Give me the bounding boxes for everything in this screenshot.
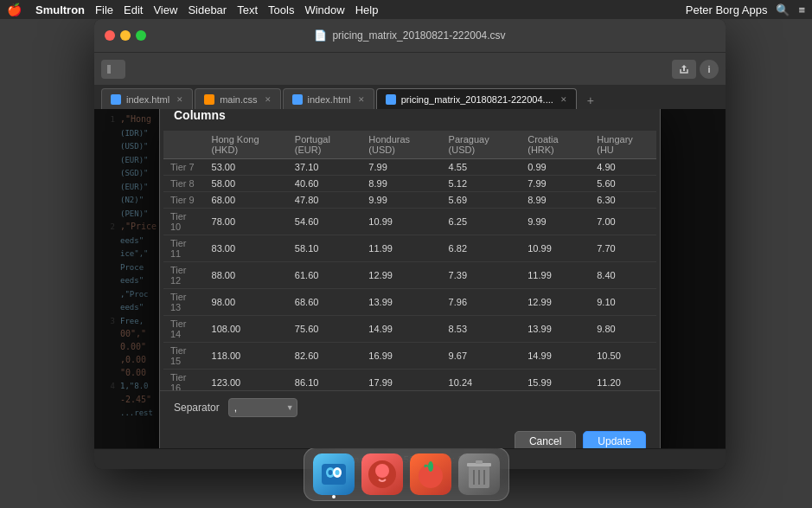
table-cell: 68.60	[288, 288, 362, 315]
menu-help[interactable]: Help	[355, 3, 379, 16]
finder-icon[interactable]	[313, 453, 355, 495]
table-cell: 75.60	[288, 315, 362, 342]
separator-label: Separator	[174, 402, 220, 414]
menu-view[interactable]: View	[153, 3, 177, 16]
table-cell: 6.25	[442, 208, 521, 235]
table-cell: 15.99	[521, 369, 590, 390]
toolbar: i	[94, 52, 726, 85]
dialog-table-container[interactable]: Hong Kong (HKD) Portugal (EUR) Honduras …	[163, 131, 656, 390]
tab-main-css[interactable]: main.css ✕	[195, 88, 280, 109]
table-cell: 9.10	[590, 288, 656, 315]
table-row: Tier 16123.0086.1017.9910.2415.9911.20	[163, 369, 656, 390]
table-cell: Tier 10	[163, 208, 205, 235]
tab-close-3[interactable]: ✕	[358, 95, 365, 104]
table-cell: 17.99	[361, 369, 441, 390]
table-row: Tier 14108.0075.6014.998.5313.999.80	[163, 315, 656, 342]
menu-file[interactable]: File	[95, 3, 113, 16]
table-cell: 98.00	[205, 288, 288, 315]
update-button[interactable]: Update	[583, 431, 646, 449]
table-cell: Tier 9	[163, 191, 205, 208]
table-cell: 5.60	[590, 175, 656, 191]
dialog-footer: Cancel Update	[160, 424, 660, 449]
dock	[304, 447, 509, 501]
info-button[interactable]: i	[700, 60, 719, 79]
table-cell: 9.80	[590, 315, 656, 342]
tomato-dock-icon[interactable]	[410, 453, 451, 495]
search-icon[interactable]: 🔍	[776, 3, 790, 16]
table-cell: 7.00	[590, 208, 656, 235]
table-cell: 11.20	[590, 369, 656, 390]
tab-icon-4	[386, 94, 396, 105]
window-title: 📄 pricing_matrix_20180821-222004.csv	[314, 29, 505, 42]
table-cell: Tier 12	[163, 261, 205, 288]
tabs: index.html ✕ main.css ✕ index.html ✕ pri…	[94, 85, 726, 109]
table-cell: 4.90	[590, 158, 656, 175]
list-icon[interactable]: ≡	[798, 3, 805, 16]
table-cell: 108.00	[205, 315, 288, 342]
new-tab-button[interactable]: +	[582, 92, 599, 109]
separator-select-wrapper: , ; Tab ▼	[228, 398, 297, 417]
tab-pricing-csv[interactable]: pricing_matrix_20180821-222004.... ✕	[376, 88, 577, 109]
menu-tools[interactable]: Tools	[268, 3, 294, 16]
svg-point-10	[428, 461, 433, 472]
sidebar-toggle-button[interactable]	[101, 60, 125, 79]
col-header-usd2: Paraguay (USD)	[442, 131, 521, 159]
table-cell: 123.00	[205, 369, 288, 390]
menu-text[interactable]: Text	[237, 3, 258, 16]
trash-dock-icon[interactable]	[458, 453, 500, 495]
maximize-button[interactable]	[136, 30, 146, 41]
toolbar-right: i	[672, 60, 719, 79]
table-cell: 4.55	[442, 158, 521, 175]
tab-close-4[interactable]: ✕	[560, 95, 567, 104]
col-header-eur: Portugal (EUR)	[288, 131, 362, 159]
close-button[interactable]	[105, 30, 115, 41]
table-cell: 9.99	[521, 208, 590, 235]
table-cell: 14.99	[521, 342, 590, 369]
table-cell: 7.99	[361, 158, 441, 175]
smultron-dock-icon[interactable]	[361, 453, 403, 495]
menu-sidebar[interactable]: Sidebar	[188, 3, 227, 16]
tab-label-3: index.html	[308, 94, 351, 105]
table-cell: 118.00	[205, 342, 288, 369]
table-cell: 16.99	[361, 342, 441, 369]
cancel-button[interactable]: Cancel	[515, 431, 576, 449]
table-cell: 11.99	[521, 261, 590, 288]
col-header-tier	[163, 131, 205, 159]
table-cell: 83.00	[205, 235, 288, 261]
table-row: Tier 1078.0054.6010.996.259.997.00	[163, 208, 656, 235]
menu-window[interactable]: Window	[304, 3, 344, 16]
menu-edit[interactable]: Edit	[124, 3, 143, 16]
col-header-hrk: Croatia (HRK)	[521, 131, 590, 159]
table-cell: 7.96	[442, 288, 521, 315]
app-name[interactable]: Smultron	[35, 3, 85, 16]
table-row: Tier 15118.0082.6016.999.6714.9910.50	[163, 342, 656, 369]
table-cell: Tier 11	[163, 235, 205, 261]
separator-select[interactable]: , ; Tab	[228, 398, 297, 417]
table-cell: 9.99	[361, 191, 441, 208]
table-cell: 8.40	[590, 261, 656, 288]
file-icon: 📄	[314, 29, 327, 42]
menubar-right: Peter Borg Apps 🔍 ≡	[686, 3, 805, 16]
table-cell: 54.60	[288, 208, 362, 235]
tab-label-1: index.html	[126, 94, 169, 105]
table-cell: 37.10	[288, 158, 362, 175]
dialog-overlay: Columns Hong Kong (HKD) Portugal (EUR) H…	[94, 109, 726, 448]
svg-rect-13	[476, 460, 483, 464]
table-cell: 8.99	[361, 175, 441, 191]
table-cell: 40.60	[288, 175, 362, 191]
traffic-lights	[105, 30, 146, 41]
tab-close-2[interactable]: ✕	[265, 95, 272, 104]
tab-index-html-1[interactable]: index.html ✕	[101, 88, 193, 109]
tab-index-html-2[interactable]: index.html ✕	[283, 88, 374, 109]
minimize-button[interactable]	[120, 30, 131, 41]
apple-menu[interactable]: 🍎	[7, 3, 22, 16]
table-cell: 0.99	[521, 158, 590, 175]
table-cell: 53.00	[205, 158, 288, 175]
tab-close-1[interactable]: ✕	[176, 95, 183, 104]
share-button[interactable]	[672, 60, 696, 79]
table-cell: Tier 8	[163, 175, 205, 191]
main-window: 📄 pricing_matrix_20180821-222004.csv i	[94, 19, 726, 469]
table-cell: 12.99	[361, 261, 441, 288]
table-cell: 86.10	[288, 369, 362, 390]
table-cell: 7.99	[521, 175, 590, 191]
